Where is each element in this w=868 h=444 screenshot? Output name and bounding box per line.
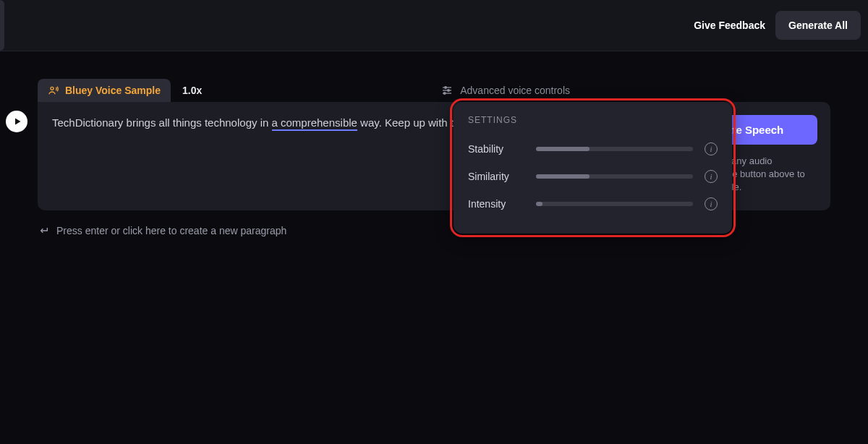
- svg-point-0: [51, 87, 54, 90]
- similarity-slider[interactable]: [536, 174, 693, 179]
- intensity-slider[interactable]: [536, 202, 693, 206]
- sliders-icon: [441, 85, 453, 96]
- info-icon[interactable]: i: [705, 170, 718, 183]
- play-button[interactable]: [6, 111, 27, 132]
- top-bar: Give Feedback Generate All: [0, 0, 868, 51]
- new-paragraph-label: Press enter or click here to create a ne…: [56, 225, 286, 236]
- svg-point-2: [445, 87, 447, 89]
- toolbar-row: Bluey Voice Sample 1.0x Advanced voice c…: [38, 79, 830, 102]
- info-icon[interactable]: i: [705, 142, 718, 155]
- setting-row-intensity: Intensity i: [468, 190, 718, 218]
- left-stub: [0, 0, 4, 51]
- play-icon: [13, 117, 22, 126]
- setting-row-similarity: Similarity i: [468, 163, 718, 190]
- setting-label: Stability: [468, 143, 524, 155]
- voice-sample-tab-label: Bluey Voice Sample: [65, 85, 161, 96]
- playback-speed[interactable]: 1.0x: [182, 85, 202, 96]
- enter-icon: [38, 225, 49, 236]
- svg-point-6: [444, 93, 446, 95]
- advanced-voice-controls-label: Advanced voice controls: [460, 85, 570, 96]
- editor-text-highlighted: a comprehensible: [272, 116, 357, 131]
- setting-label: Similarity: [468, 171, 524, 182]
- settings-popover: SETTINGS Stability i Similarity i Intens…: [454, 102, 732, 234]
- settings-title: SETTINGS: [468, 115, 718, 125]
- generate-all-button[interactable]: Generate All: [775, 11, 861, 40]
- main-content: Bluey Voice Sample 1.0x Advanced voice c…: [0, 51, 868, 236]
- setting-label: Intensity: [468, 198, 524, 210]
- slider-fill: [536, 174, 590, 179]
- svg-point-4: [448, 90, 450, 92]
- stability-slider[interactable]: [536, 147, 693, 151]
- give-feedback-link[interactable]: Give Feedback: [694, 20, 765, 31]
- info-icon[interactable]: i: [705, 197, 718, 210]
- setting-row-stability: Stability i: [468, 135, 718, 163]
- slider-fill: [536, 147, 590, 151]
- svg-marker-7: [15, 119, 21, 125]
- editor-wrap: TechDictionary brings all things technol…: [38, 102, 830, 210]
- slider-fill: [536, 202, 542, 206]
- voice-sample-tab[interactable]: Bluey Voice Sample: [38, 79, 171, 102]
- advanced-voice-controls[interactable]: Advanced voice controls: [441, 85, 570, 96]
- voice-icon: [48, 85, 59, 96]
- editor-text-pre: TechDictionary brings all things technol…: [52, 116, 272, 129]
